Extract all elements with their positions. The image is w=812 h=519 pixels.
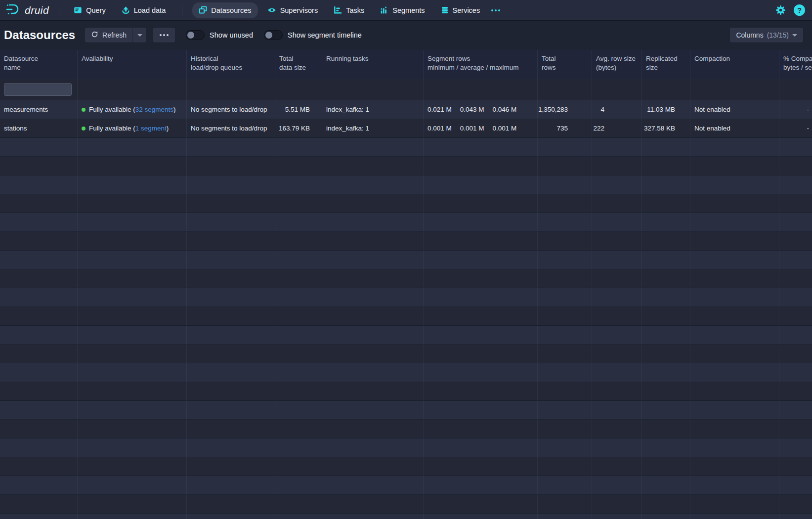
empty-cell [538, 363, 592, 382]
nav-item-datasources[interactable]: Datasources [192, 2, 257, 18]
empty-cell [538, 438, 592, 457]
empty-row [0, 251, 812, 269]
nav-item-services[interactable]: Services [434, 2, 487, 18]
empty-cell [424, 157, 538, 175]
running-tasks-cell: index_kafka: 1 [322, 119, 424, 137]
refresh-options-button[interactable] [132, 28, 146, 43]
column-header-total-rows[interactable]: Totalrows [538, 50, 592, 79]
show-unused-toggle[interactable] [186, 30, 205, 40]
nav-more-button[interactable] [486, 2, 505, 18]
empty-cell [538, 382, 592, 400]
column-header-running-tasks[interactable]: Running tasks [322, 50, 424, 79]
column-header-compaction[interactable]: Compaction [690, 50, 779, 79]
empty-cell [538, 157, 592, 175]
empty-cell [322, 194, 424, 213]
nav-item-label: Segments [392, 6, 425, 14]
show-segment-timeline-toggle[interactable] [264, 30, 283, 40]
nav-item-label: Datasources [211, 6, 251, 14]
empty-cell [0, 345, 78, 363]
column-header-datasource-name[interactable]: Datasourcename [0, 50, 78, 79]
empty-cell [322, 251, 424, 269]
datasource-name-filter-input[interactable] [4, 83, 72, 96]
nav-item-supervisors[interactable]: Supervisors [261, 2, 325, 18]
refresh-button[interactable]: Refresh [85, 28, 132, 43]
empty-cell [690, 175, 779, 194]
empty-cell [642, 457, 690, 476]
empty-cell [275, 457, 322, 476]
datasource-name-cell[interactable]: measurements [0, 100, 78, 119]
empty-cell [538, 251, 592, 269]
supervisors-icon [267, 6, 276, 14]
toolbar-more-button[interactable] [153, 28, 175, 43]
column-header-pct-compacted[interactable]: % Compabytes / se [779, 50, 812, 79]
empty-cell [322, 401, 424, 419]
empty-cell [0, 307, 78, 325]
empty-cell [690, 514, 779, 519]
empty-cell [690, 438, 779, 457]
empty-cell [322, 363, 424, 382]
druid-logo[interactable]: druid [5, 3, 53, 18]
empty-cell [779, 307, 812, 325]
empty-cell [592, 194, 642, 213]
empty-cell [592, 326, 642, 344]
empty-cell [538, 138, 592, 156]
availability-text: Fully available ( [89, 106, 135, 113]
empty-cell [275, 495, 322, 513]
empty-cell [322, 438, 424, 457]
empty-cell [424, 232, 538, 250]
segments-link[interactable]: 1 segment [135, 125, 167, 132]
empty-cell [642, 326, 690, 344]
datasource-name-cell[interactable]: stations [0, 119, 78, 137]
empty-cell [187, 138, 275, 156]
empty-cell [592, 157, 642, 175]
empty-cell [78, 307, 187, 325]
empty-cell [187, 476, 275, 494]
segments-link[interactable]: 32 segments [135, 106, 173, 113]
empty-row [0, 345, 812, 363]
empty-cell [275, 363, 322, 382]
empty-cell [592, 420, 642, 438]
empty-cell [78, 438, 187, 457]
empty-cell [779, 288, 812, 306]
column-header-availability[interactable]: Availability [78, 50, 187, 79]
empty-cell [0, 138, 78, 156]
empty-cell [538, 495, 592, 513]
column-header-avg-row-size[interactable]: Avg. row size(bytes) [592, 50, 642, 79]
empty-cell [0, 363, 78, 382]
table-filter-row [0, 79, 812, 100]
gear-icon[interactable] [775, 5, 786, 15]
empty-cell [592, 514, 642, 519]
empty-row [0, 514, 812, 519]
help-icon[interactable]: ? [794, 4, 805, 16]
column-header-segment-rows[interactable]: Segment rowsminimum / average / maximum [424, 50, 538, 79]
nav-item-query[interactable]: Query [67, 2, 112, 18]
empty-cell [0, 175, 78, 194]
empty-cell [592, 457, 642, 476]
segment-rows-value: 0.043 M [460, 106, 484, 113]
refresh-icon [91, 31, 98, 40]
empty-cell [0, 438, 78, 457]
empty-cell [187, 514, 275, 519]
empty-cell [275, 251, 322, 269]
datasource-row: stationsFully available (1 segment)No se… [0, 119, 812, 138]
column-header-load-drop[interactable]: Historicalload/drop queues [187, 50, 275, 79]
empty-cell [275, 326, 322, 344]
columns-button[interactable]: Columns (13/15) [730, 28, 803, 43]
column-header-total-data-size[interactable]: Totaldata size [275, 50, 322, 79]
nav-item-segments[interactable]: Segments [374, 2, 431, 18]
nav-item-tasks[interactable]: Tasks [327, 2, 371, 18]
empty-cell [592, 401, 642, 419]
empty-cell [187, 307, 275, 325]
view-toolbar: Datasources Refresh Show unusedShow segm… [0, 20, 812, 50]
empty-cell [592, 232, 642, 250]
empty-cell [592, 495, 642, 513]
empty-cell [78, 514, 187, 519]
empty-cell [779, 138, 812, 156]
compaction-cell: Not enabled [690, 119, 779, 137]
segments-icon [380, 6, 388, 14]
column-header-replicated-size[interactable]: Replicatedsize [642, 50, 690, 79]
total-data-size-cell: 5.51 MB [275, 100, 322, 119]
empty-cell [592, 269, 642, 288]
empty-row [0, 476, 812, 495]
nav-item-load-data[interactable]: Load data [115, 2, 172, 18]
